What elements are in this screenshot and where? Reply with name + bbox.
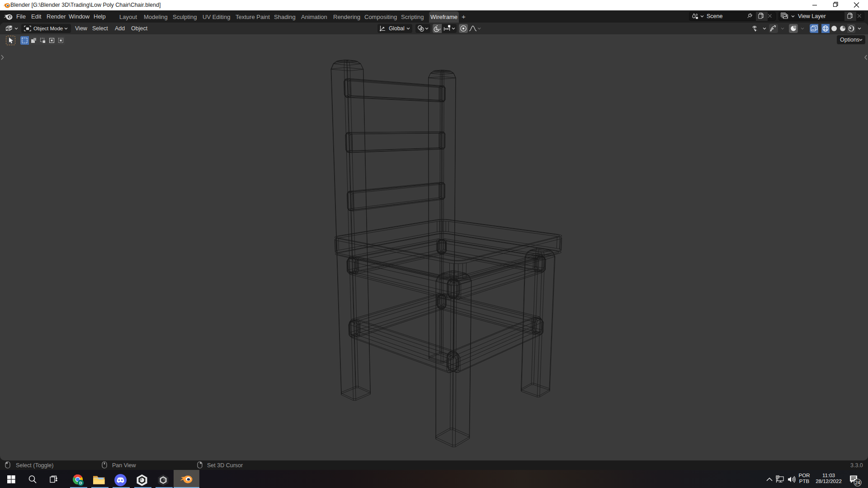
svg-text:24: 24 <box>855 480 860 485</box>
svg-text:D: D <box>79 481 82 485</box>
